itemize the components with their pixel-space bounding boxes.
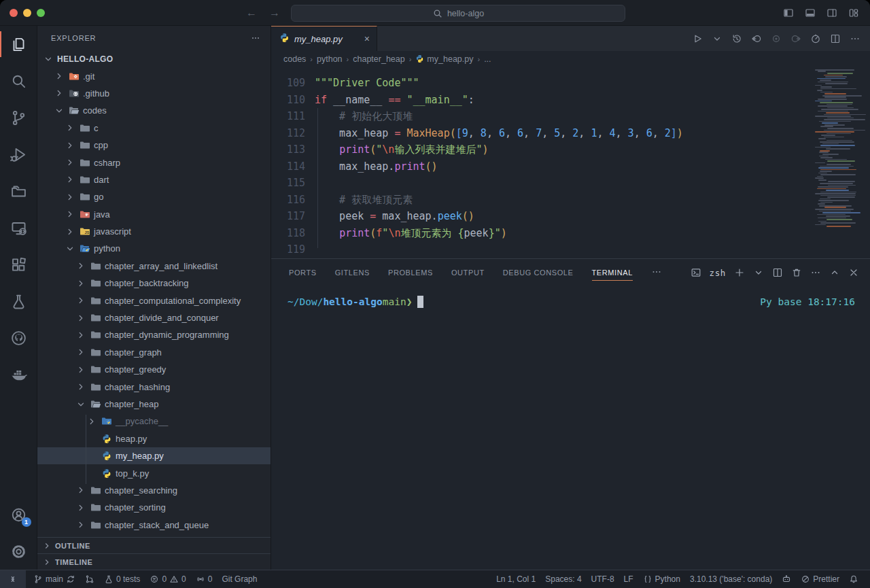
status-test-status[interactable]: 0 tests (99, 570, 145, 588)
tree-item-chapter-backtracking[interactable]: chapter_backtracking (37, 275, 271, 292)
maximize-window-button[interactable] (37, 9, 45, 17)
status-indentation[interactable]: Spaces: 4 (540, 570, 586, 588)
tree-item--github[interactable]: .github (37, 85, 271, 102)
split-icon[interactable] (772, 267, 783, 278)
chev-down-icon[interactable] (712, 33, 723, 44)
close-tab-icon[interactable]: × (364, 33, 370, 44)
activitybar-files[interactable] (0, 26, 37, 63)
tree-item-python[interactable]: python (37, 240, 271, 257)
activitybar-docker[interactable] (0, 356, 37, 393)
trash-icon[interactable] (791, 267, 802, 278)
activitybar-remote-explorer[interactable] (0, 209, 37, 246)
minimap[interactable] (814, 69, 867, 228)
plus-icon[interactable] (734, 267, 745, 278)
layout-right-icon[interactable] (826, 7, 837, 18)
minimize-window-button[interactable] (23, 9, 31, 17)
activitybar-testing[interactable] (0, 283, 37, 319)
status-git-graph-button[interactable] (80, 570, 99, 588)
status-notifications[interactable] (844, 570, 863, 588)
tree-item-csharp[interactable]: csharp (37, 154, 271, 171)
tree-item-chapter-array-and-linkedlist[interactable]: chapter_array_and_linkedlist (37, 258, 271, 275)
tree-item-chapter-sorting[interactable]: chapter_sorting (37, 499, 271, 516)
tree-item-chapter-hashing[interactable]: chapter_hashing (37, 378, 271, 395)
panel-tab-gitlens[interactable]: GITLENS (335, 259, 370, 286)
outline-section[interactable]: OUTLINE (37, 537, 271, 553)
shell-label[interactable]: zsh (710, 268, 726, 278)
breadcrumb-item[interactable]: codes (283, 54, 306, 64)
tree-item-cpp[interactable]: cpp (37, 137, 271, 154)
tree-item--git[interactable]: .git (37, 67, 271, 84)
tree-item-hello-algo[interactable]: HELLO-ALGO (37, 50, 271, 67)
layout-panel-icon[interactable] (805, 7, 816, 18)
activitybar-search[interactable] (0, 63, 37, 99)
timeline-section[interactable]: TIMELINE (37, 553, 271, 570)
code-editor[interactable]: 109"""Driver Code"""110if __name__ == "_… (271, 67, 870, 258)
navigate-back-icon[interactable]: ← (246, 7, 257, 19)
navigate-forward-icon[interactable]: → (269, 7, 280, 19)
activitybar-folder-library[interactable] (0, 173, 37, 209)
tree-item-chapter-greedy[interactable]: chapter_greedy (37, 361, 271, 378)
breadcrumb-item[interactable]: python (317, 54, 343, 64)
tree-item-c[interactable]: c (37, 120, 271, 137)
status-eol[interactable]: LF (619, 570, 638, 588)
status-problems[interactable]: 00 (145, 570, 190, 588)
tree-item-chapter-dynamic-programming[interactable]: chapter_dynamic_programming (37, 326, 271, 343)
tree-item-chapter-heap[interactable]: chapter_heap (37, 396, 271, 413)
activitybar-source-control[interactable] (0, 99, 37, 136)
tree-item-chapter-graph[interactable]: chapter_graph (37, 344, 271, 361)
activitybar-extensions[interactable] (0, 246, 37, 283)
status-language-mode[interactable]: Python (638, 570, 685, 588)
play-icon[interactable] (692, 33, 703, 44)
status-cursor-position[interactable]: Ln 1, Col 1 (491, 570, 540, 588)
breadcrumb-item[interactable]: ... (484, 54, 491, 64)
tree-item-top-k-py[interactable]: top_k.py (37, 464, 271, 481)
status-prettier[interactable]: Prettier (796, 570, 844, 588)
step-back-icon[interactable] (751, 33, 762, 44)
panel-tab-problems[interactable]: PROBLEMS (388, 259, 433, 286)
status-copilot[interactable] (777, 570, 796, 588)
status-encoding[interactable]: UTF-8 (587, 570, 619, 588)
close-window-button[interactable] (10, 9, 18, 17)
dots-icon[interactable] (810, 267, 821, 278)
tree-item-chapter-searching[interactable]: chapter_searching (37, 482, 271, 499)
breadcrumb-item[interactable]: chapter_heap (353, 54, 404, 64)
layout-custom-icon[interactable] (848, 7, 859, 18)
chev-up-icon[interactable] (829, 267, 840, 278)
dots-icon[interactable] (651, 266, 662, 277)
step-forward-icon[interactable] (790, 33, 801, 44)
explorer-more-actions-icon[interactable] (250, 33, 261, 44)
step-over-icon[interactable] (771, 33, 782, 44)
panel-tab-debug-console[interactable]: DEBUG CONSOLE (503, 259, 574, 286)
tree-item-java[interactable]: java (37, 206, 271, 223)
tab-my-heap[interactable]: my_heap.py × (271, 26, 377, 51)
panel-tab-terminal[interactable]: TERMINAL (592, 259, 633, 286)
breadcrumb-item[interactable]: my_heap.py (415, 54, 473, 64)
panel-tab-ports[interactable]: PORTS (289, 259, 317, 286)
split-icon[interactable] (830, 33, 841, 44)
tree-item-chapter-stack-and-queue[interactable]: chapter_stack_and_queue (37, 517, 271, 534)
status-git-graph-label[interactable]: Git Graph (217, 570, 262, 588)
terminal-box-icon[interactable] (691, 267, 701, 278)
dots-icon[interactable] (850, 33, 860, 44)
terminal[interactable]: ~/Dow/hello-algo main ❯ Py base 18:17:16 (271, 286, 870, 570)
activitybar-github[interactable] (0, 319, 37, 356)
tree-item--pycache-[interactable]: __pycache__ (37, 413, 271, 430)
layout-sidebar-icon[interactable] (783, 7, 794, 18)
chev-down-icon[interactable] (753, 267, 764, 278)
status-python-interpreter[interactable]: 3.10.13 ('base': conda) (685, 570, 777, 588)
history-icon[interactable] (731, 33, 742, 44)
tree-item-go[interactable]: go (37, 188, 271, 205)
panel-tab-output[interactable]: OUTPUT (451, 259, 485, 286)
status-ports[interactable]: 0 (191, 570, 218, 588)
tree-item-dart[interactable]: dart (37, 171, 271, 188)
tree-item-chapter-computational-complexity[interactable]: chapter_computational_complexity (37, 292, 271, 309)
tree-item-my-heap-py[interactable]: my_heap.py (37, 447, 271, 464)
tree-item-javascript[interactable]: JSjavascript (37, 223, 271, 240)
status-git-branch[interactable]: main (29, 570, 80, 588)
activitybar-accounts[interactable]: 1 (0, 496, 37, 533)
activitybar-settings[interactable] (0, 533, 37, 570)
tree-item-chapter-divide-and-conquer[interactable]: chapter_divide_and_conquer (37, 309, 271, 326)
activitybar-run-debug[interactable] (0, 136, 37, 173)
tree-item-codes[interactable]: codes (37, 102, 271, 119)
status-remote-indicator[interactable] (0, 570, 26, 588)
